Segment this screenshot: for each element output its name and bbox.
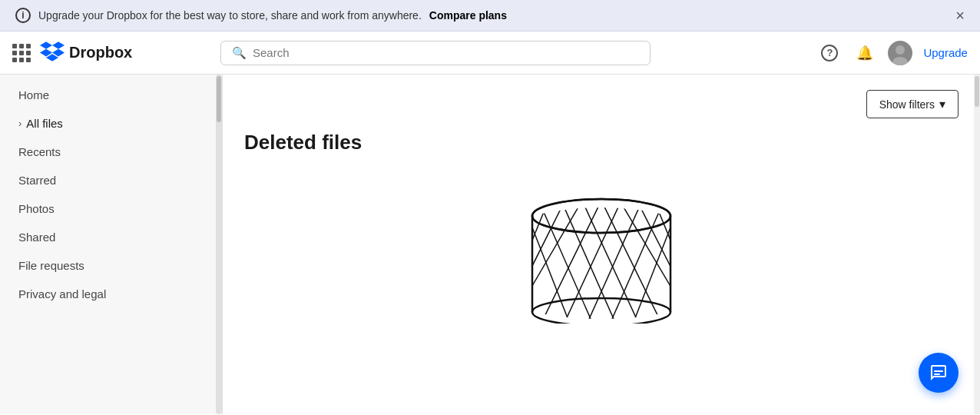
grid-menu-icon[interactable]: [12, 44, 31, 62]
sidebar-item-recents[interactable]: Recents: [0, 138, 222, 166]
svg-line-18: [659, 212, 686, 277]
dropbox-wordmark: Dropbox: [69, 44, 132, 61]
svg-point-10: [532, 298, 670, 324]
upgrade-button[interactable]: Upgrade: [923, 46, 968, 59]
svg-line-24: [517, 201, 582, 312]
svg-point-6: [892, 57, 908, 65]
sidebar-item-starred-label: Starred: [18, 174, 56, 187]
chat-icon: [929, 364, 948, 382]
topbar-actions: ? 🔔 Upgrade: [817, 41, 968, 65]
sidebar-item-privacy-legal[interactable]: Privacy and legal: [0, 280, 222, 308]
info-icon: i: [15, 8, 31, 23]
help-icon: ?: [821, 45, 838, 61]
main-layout: Home › All files Recents Starred Photos …: [0, 75, 980, 414]
main-content: Show filters ▾ Deleted files: [223, 75, 980, 414]
trash-svg: [494, 170, 709, 324]
sidebar-item-photos[interactable]: Photos: [0, 194, 222, 223]
show-filters-label: Show filters: [879, 98, 935, 111]
dropbox-logo[interactable]: Dropbox: [40, 39, 132, 67]
svg-line-17: [640, 206, 686, 297]
upgrade-banner: i Upgrade your Dropbox for the best way …: [0, 0, 980, 32]
sidebar-item-privacy-legal-label: Privacy and legal: [18, 287, 106, 300]
svg-line-25: [517, 204, 563, 297]
sidebar-item-shared[interactable]: Shared: [0, 223, 222, 251]
compare-plans-link[interactable]: Compare plans: [429, 9, 507, 22]
svg-line-20: [609, 212, 659, 324]
all-files-chevron: ›: [18, 118, 22, 129]
sidebar-item-starred[interactable]: Starred: [0, 166, 222, 194]
content-scrollbar[interactable]: [974, 75, 980, 414]
sidebar-item-all-files[interactable]: › All files: [0, 109, 222, 138]
sidebar: Home › All files Recents Starred Photos …: [0, 75, 223, 414]
sidebar-item-recents-label: Recents: [18, 145, 61, 158]
sidebar-item-photos-label: Photos: [18, 202, 55, 215]
sidebar-item-home-label: Home: [18, 88, 49, 101]
svg-line-16: [621, 202, 686, 312]
search-bar[interactable]: 🔍: [220, 41, 651, 65]
search-icon: 🔍: [232, 46, 247, 60]
sidebar-item-home[interactable]: Home: [0, 81, 222, 109]
svg-point-27: [532, 199, 670, 233]
topbar: Dropbox 🔍 ? 🔔 Upgrade: [0, 32, 980, 75]
sidebar-nav: Home › All files Recents Starred Photos …: [0, 81, 222, 308]
page-title: Deleted files: [244, 131, 958, 154]
chat-button[interactable]: [919, 353, 958, 393]
sidebar-item-file-requests-label: File requests: [18, 259, 84, 272]
sidebar-item-file-requests[interactable]: File requests: [0, 251, 222, 280]
banner-content: i Upgrade your Dropbox for the best way …: [15, 8, 507, 23]
sidebar-scrollbar-thumb: [217, 76, 221, 122]
search-input[interactable]: [253, 46, 639, 59]
svg-rect-28: [934, 370, 943, 372]
svg-line-26: [517, 212, 544, 277]
svg-marker-1: [52, 42, 65, 49]
notifications-button[interactable]: 🔔: [853, 41, 877, 65]
content-header: Show filters ▾: [244, 90, 958, 118]
banner-text: Upgrade your Dropbox for the best way to…: [38, 9, 422, 22]
sidebar-item-shared-label: Shared: [18, 231, 55, 244]
sidebar-scrollbar[interactable]: [216, 75, 222, 414]
sidebar-item-all-files-label: All files: [26, 117, 63, 130]
content-scrollbar-thumb: [975, 76, 979, 107]
show-filters-button[interactable]: Show filters ▾: [866, 90, 958, 118]
banner-close-button[interactable]: ×: [955, 8, 965, 23]
svg-marker-0: [40, 42, 52, 49]
help-button[interactable]: ?: [817, 41, 842, 65]
chevron-down-icon: ▾: [939, 97, 945, 111]
trash-illustration: [244, 170, 958, 324]
svg-point-5: [896, 45, 905, 55]
svg-line-13: [563, 204, 617, 324]
svg-rect-29: [934, 374, 940, 375]
user-avatar[interactable]: [888, 41, 912, 65]
dropbox-logo-icon: [40, 39, 65, 67]
bell-icon: 🔔: [856, 45, 873, 61]
